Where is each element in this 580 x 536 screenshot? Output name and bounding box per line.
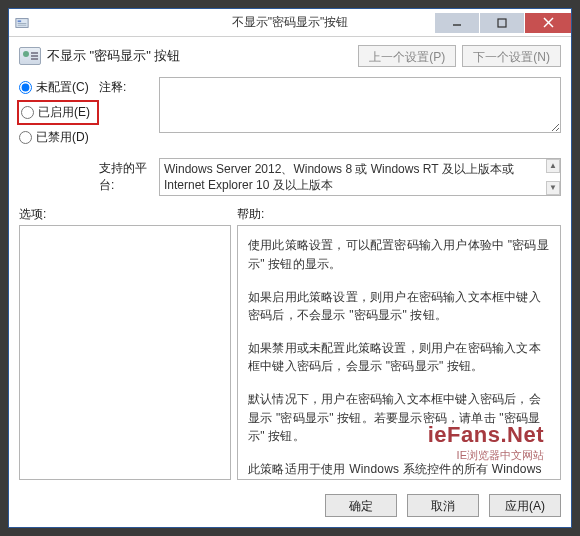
help-label: 帮助: [237, 206, 264, 223]
scroll-down-button[interactable]: ▼ [546, 181, 560, 195]
minimize-icon [452, 18, 462, 28]
options-label: 选项: [19, 206, 237, 223]
help-paragraph: 如果禁用或未配置此策略设置，则用户在密码输入文本框中键入密码后，会显示 "密码显… [248, 339, 550, 376]
close-button[interactable] [525, 13, 571, 33]
ok-button[interactable]: 确定 [325, 494, 397, 517]
comment-textarea[interactable] [159, 77, 561, 133]
scroll-up-button[interactable]: ▲ [546, 159, 560, 173]
policy-title: 不显示 "密码显示" 按钮 [47, 47, 180, 65]
svg-rect-5 [498, 19, 506, 27]
close-icon [543, 17, 554, 28]
comment-label: 注释: [99, 77, 157, 96]
radio-not-configured-input[interactable] [19, 81, 32, 94]
titlebar: 不显示"密码显示"按钮 [9, 9, 571, 37]
footer: 确定 取消 应用(A) [9, 486, 571, 527]
help-panel[interactable]: 使用此策略设置，可以配置密码输入用户体验中 "密码显示" 按钮的显示。 如果启用… [237, 225, 561, 480]
cancel-button[interactable]: 取消 [407, 494, 479, 517]
policy-editor-window: 不显示"密码显示"按钮 不显示 "密码显示" 按钮 上一个设置(P) 下一个设置… [8, 8, 572, 528]
prev-setting-button[interactable]: 上一个设置(P) [358, 45, 456, 67]
supported-platform-text: Windows Server 2012、Windows 8 或 Windows … [164, 161, 546, 193]
svg-rect-3 [18, 24, 27, 25]
policy-icon [19, 47, 41, 65]
help-paragraph: 如果启用此策略设置，则用户在密码输入文本框中键入密码后，不会显示 "密码显示" … [248, 288, 550, 325]
radio-enabled[interactable]: 已启用(E) [21, 104, 95, 121]
window-title: 不显示"密码显示"按钮 [232, 14, 349, 31]
options-panel [19, 225, 231, 480]
svg-rect-1 [18, 20, 22, 22]
platform-label: 支持的平台: [99, 158, 157, 194]
maximize-button[interactable] [480, 13, 524, 33]
radio-disabled[interactable]: 已禁用(D) [19, 129, 97, 146]
maximize-icon [497, 18, 507, 28]
radio-disabled-label: 已禁用(D) [36, 129, 89, 146]
help-paragraph: 此策略适用于使用 Windows 系统控件的所有 Windows 组件和应用程序… [248, 460, 550, 480]
help-paragraph: 默认情况下，用户在密码输入文本框中键入密码后，会显示 "密码显示" 按钮。若要显… [248, 390, 550, 446]
radio-not-configured[interactable]: 未配置(C) [19, 79, 97, 96]
window-controls [434, 13, 571, 33]
radio-not-configured-label: 未配置(C) [36, 79, 89, 96]
radio-enabled-label: 已启用(E) [38, 104, 90, 121]
app-icon [15, 16, 29, 30]
apply-button[interactable]: 应用(A) [489, 494, 561, 517]
svg-rect-2 [18, 23, 27, 24]
next-setting-button[interactable]: 下一个设置(N) [462, 45, 561, 67]
radio-disabled-input[interactable] [19, 131, 32, 144]
radio-enabled-input[interactable] [21, 106, 34, 119]
supported-platform-box: Windows Server 2012、Windows 8 或 Windows … [159, 158, 561, 196]
minimize-button[interactable] [435, 13, 479, 33]
help-paragraph: 使用此策略设置，可以配置密码输入用户体验中 "密码显示" 按钮的显示。 [248, 236, 550, 273]
